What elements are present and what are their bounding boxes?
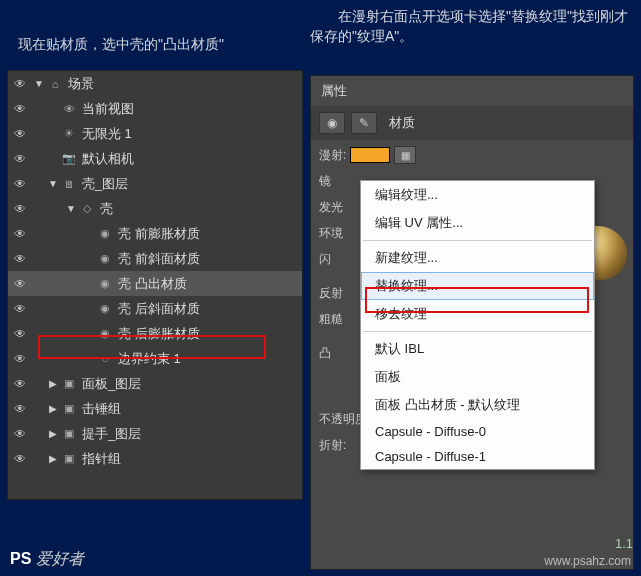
visibility-toggle[interactable]: 👁 [8, 277, 32, 291]
item-type-icon: ◉ [96, 252, 114, 265]
tree-item[interactable]: 👁📷默认相机 [8, 146, 302, 171]
prop-label: 漫射: [319, 147, 346, 164]
visibility-toggle[interactable]: 👁 [8, 227, 32, 241]
visibility-toggle[interactable]: 👁 [8, 427, 32, 441]
tree-item[interactable]: 👁▼◇壳 [8, 196, 302, 221]
tree-item-label: 面板_图层 [78, 375, 141, 393]
tree-item-label: 默认相机 [78, 150, 134, 168]
diffuse-texture-button[interactable]: ▦ [394, 146, 416, 164]
item-type-icon: ▣ [60, 427, 78, 440]
tree-scene-root[interactable]: 👁 ▼ ⌂ 场景 [8, 71, 302, 96]
expand-icon[interactable]: ▼ [32, 78, 46, 89]
item-type-icon: ▣ [60, 402, 78, 415]
tree-item[interactable]: 👁☀无限光 1 [8, 121, 302, 146]
menu-item[interactable]: 面板 [361, 363, 594, 391]
expand-icon[interactable]: ▶ [46, 403, 60, 414]
visibility-toggle[interactable]: 👁 [8, 177, 32, 191]
menu-item[interactable]: 移去纹理 [361, 300, 594, 328]
expand-icon[interactable]: ▶ [46, 453, 60, 464]
tree-item-label: 壳 [96, 200, 113, 218]
tree-item[interactable]: 👁▶▣指针组 [8, 446, 302, 471]
menu-item[interactable]: 编辑纹理... [361, 181, 594, 209]
prop-label: 闪 [319, 251, 331, 268]
tree-label: 场景 [64, 75, 94, 93]
menu-item[interactable]: Capsule - Diffuse-1 [361, 444, 594, 469]
prop-label: 镜 [319, 173, 331, 190]
item-type-icon: 🗎 [60, 178, 78, 190]
visibility-toggle[interactable]: 👁 [8, 452, 32, 466]
prop-label: 环境 [319, 225, 343, 242]
diffuse-color-swatch[interactable] [350, 147, 390, 163]
tab-brush-icon[interactable]: ✎ [351, 112, 377, 134]
visibility-toggle[interactable]: 👁 [8, 252, 32, 266]
watermark-logo: PS 爱好者 [10, 549, 84, 570]
tree-item[interactable]: 👁▶▣面板_图层 [8, 371, 302, 396]
tree-item[interactable]: 👁▶▣击锤组 [8, 396, 302, 421]
item-type-icon: ▣ [60, 452, 78, 465]
menu-item[interactable]: Capsule - Diffuse-0 [361, 419, 594, 444]
tree-item-label: 边界约束 1 [114, 350, 181, 368]
item-type-icon: ◉ [96, 227, 114, 240]
tree-item[interactable]: 👁○边界约束 1 [8, 346, 302, 371]
tree-item-label: 壳 后膨胀材质 [114, 325, 200, 343]
texture-dropdown-menu: 编辑纹理...编辑 UV 属性...新建纹理...替换纹理...移去纹理默认 I… [360, 180, 595, 470]
tab-mesh-icon[interactable]: ◉ [319, 112, 345, 134]
tree-item[interactable]: 👁▼🗎壳_图层 [8, 171, 302, 196]
visibility-toggle[interactable]: 👁 [8, 377, 32, 391]
visibility-toggle[interactable]: 👁 [8, 77, 32, 91]
menu-separator [363, 240, 592, 241]
tree-item[interactable]: 👁◉壳 前斜面材质 [8, 246, 302, 271]
tree-item-label: 壳 前斜面材质 [114, 250, 200, 268]
item-type-icon: ◇ [78, 202, 96, 215]
tree-item[interactable]: 👁👁当前视图 [8, 96, 302, 121]
visibility-toggle[interactable]: 👁 [8, 402, 32, 416]
visibility-toggle[interactable]: 👁 [8, 127, 32, 141]
tree-item[interactable]: 👁◉壳 凸出材质 [8, 271, 302, 296]
visibility-toggle[interactable]: 👁 [8, 152, 32, 166]
tree-item[interactable]: 👁◉壳 前膨胀材质 [8, 221, 302, 246]
expand-icon[interactable]: ▼ [46, 178, 60, 189]
item-type-icon: ○ [96, 353, 114, 365]
menu-item[interactable]: 编辑 UV 属性... [361, 209, 594, 237]
tree-item-label: 壳 后斜面材质 [114, 300, 200, 318]
scene-tree-panel: 👁 ▼ ⌂ 场景 👁👁当前视图👁☀无限光 1👁📷默认相机👁▼🗎壳_图层👁▼◇壳👁… [7, 70, 303, 500]
menu-item[interactable]: 替换纹理... [361, 272, 594, 300]
menu-item[interactable]: 面板 凸出材质 - 默认纹理 [361, 391, 594, 419]
visibility-toggle[interactable]: 👁 [8, 352, 32, 366]
item-type-icon: 📷 [60, 152, 78, 165]
prop-diffuse: 漫射: ▦ [311, 142, 633, 168]
tree-item-label: 击锤组 [78, 400, 121, 418]
expand-icon[interactable]: ▶ [46, 428, 60, 439]
tree-item[interactable]: 👁▶▣提手_图层 [8, 421, 302, 446]
instruction-left: 现在贴材质，选中壳的"凸出材质" [18, 36, 224, 54]
item-type-icon: ◉ [96, 277, 114, 290]
prop-label: 反射 [319, 285, 343, 302]
menu-item[interactable]: 默认 IBL [361, 335, 594, 363]
prop-label: 粗糙 [319, 311, 343, 328]
item-type-icon: ◉ [96, 302, 114, 315]
visibility-toggle[interactable]: 👁 [8, 302, 32, 316]
item-type-icon: ▣ [60, 377, 78, 390]
panel-title: 属性 [311, 76, 633, 106]
item-type-icon: ☀ [60, 127, 78, 140]
refraction-value: 1.1 [615, 536, 633, 551]
tree-item-label: 壳_图层 [78, 175, 128, 193]
tree-item-label: 壳 凸出材质 [114, 275, 187, 293]
expand-icon[interactable]: ▼ [64, 203, 78, 214]
tree-item[interactable]: 👁◉壳 后膨胀材质 [8, 321, 302, 346]
watermark-url: www.psahz.com [544, 554, 631, 568]
instruction-right: 在漫射右面点开选项卡选择"替换纹理"找到刚才保存的"纹理A"。 [310, 6, 641, 46]
section-title: 材质 [383, 112, 421, 134]
visibility-toggle[interactable]: 👁 [8, 102, 32, 116]
menu-separator [363, 331, 592, 332]
tree-item[interactable]: 👁◉壳 后斜面材质 [8, 296, 302, 321]
item-type-icon: 👁 [60, 103, 78, 115]
tree-item-label: 无限光 1 [78, 125, 132, 143]
expand-icon[interactable]: ▶ [46, 378, 60, 389]
menu-item[interactable]: 新建纹理... [361, 244, 594, 272]
item-type-icon: ◉ [96, 327, 114, 340]
visibility-toggle[interactable]: 👁 [8, 327, 32, 341]
visibility-toggle[interactable]: 👁 [8, 202, 32, 216]
prop-label: 发光 [319, 199, 343, 216]
tree-item-label: 壳 前膨胀材质 [114, 225, 200, 243]
